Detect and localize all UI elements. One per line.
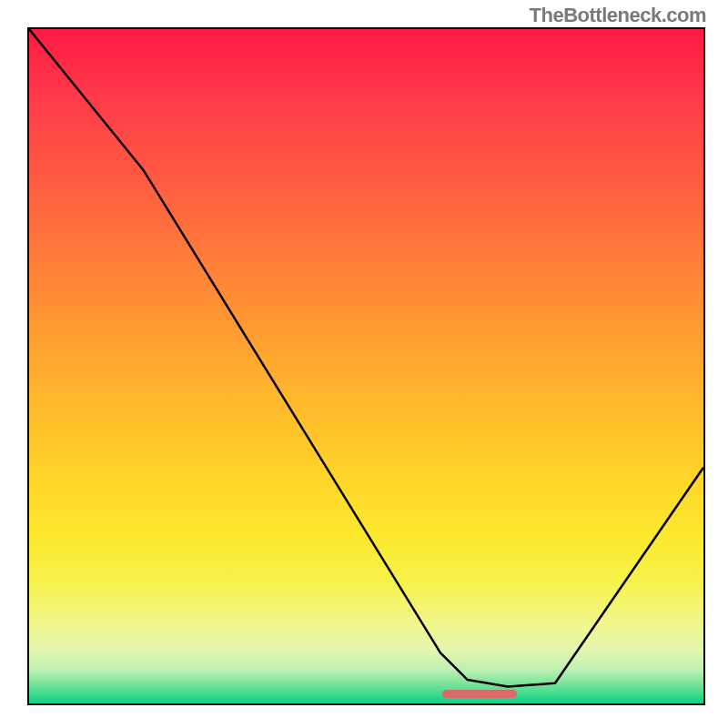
data-curve [29,29,703,686]
marker-band [442,690,517,698]
chart-plot-area [27,27,705,705]
watermark-label: TheBottleneck.com [530,4,706,27]
chart-svg [29,29,703,703]
